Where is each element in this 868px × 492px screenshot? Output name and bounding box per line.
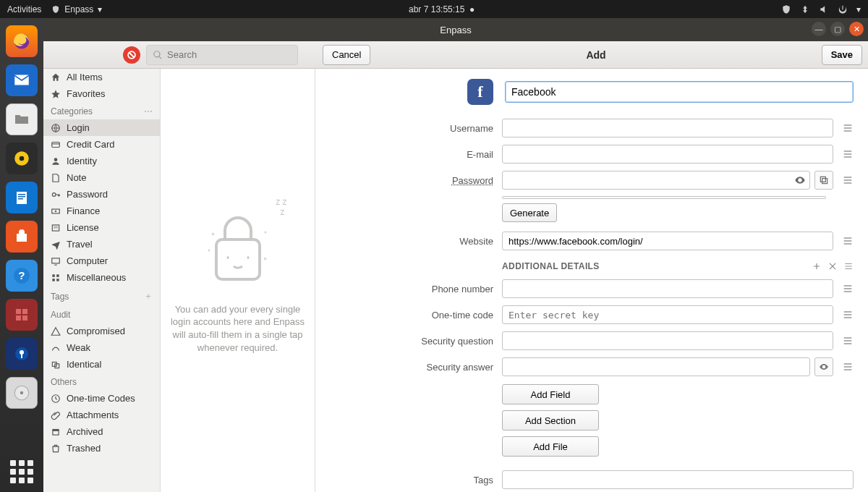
app-menu[interactable]: Enpass ▾ bbox=[51, 4, 102, 14]
tray-shield-icon[interactable] bbox=[781, 4, 791, 14]
email-input[interactable] bbox=[502, 145, 833, 164]
cancel-button[interactable]: Cancel bbox=[323, 45, 370, 65]
svg-rect-41 bbox=[820, 177, 825, 182]
window-minimize[interactable]: ― bbox=[812, 22, 826, 36]
search-input[interactable] bbox=[167, 49, 292, 60]
title-input[interactable] bbox=[505, 81, 854, 103]
close-icon[interactable] bbox=[827, 261, 838, 271]
sync-disabled-icon[interactable] bbox=[123, 46, 140, 64]
password-input[interactable] bbox=[502, 171, 810, 190]
dock-firefox[interactable] bbox=[6, 25, 38, 57]
sidebar-item-identical[interactable]: Identical bbox=[43, 356, 160, 373]
sidebar-item-login[interactable]: Login bbox=[43, 119, 160, 136]
ubuntu-dock: ? bbox=[0, 18, 43, 492]
website-input[interactable] bbox=[502, 232, 833, 250]
window-close[interactable]: ✕ bbox=[849, 22, 864, 36]
sidebar-item-license[interactable]: License bbox=[43, 219, 160, 236]
dock-libreoffice-writer[interactable] bbox=[6, 182, 38, 213]
sidebar-item-password[interactable]: Password bbox=[43, 186, 160, 203]
label-phone: Phone number bbox=[323, 284, 493, 294]
password-strength-meter bbox=[502, 196, 826, 199]
sidebar-item-archived[interactable]: Archived bbox=[43, 423, 160, 440]
sidebar-item-trashed[interactable]: Trashed bbox=[43, 440, 160, 457]
sidebar-item-weak[interactable]: Weak bbox=[43, 339, 160, 356]
item-icon[interactable]: f bbox=[467, 79, 493, 105]
sidebar-item-misc[interactable]: Miscellaneous bbox=[43, 269, 160, 286]
search-field[interactable] bbox=[146, 45, 298, 65]
chevron-down-icon[interactable]: ▾ bbox=[856, 4, 861, 14]
sidebar-item-compromised[interactable]: Compromised bbox=[43, 323, 160, 339]
item-list: z z z You can add your every single logi… bbox=[161, 69, 315, 492]
add-tag-icon[interactable]: ＋ bbox=[144, 290, 153, 302]
dock-thunderbird[interactable] bbox=[6, 64, 38, 96]
save-button[interactable]: Save bbox=[822, 45, 862, 65]
license-icon bbox=[51, 223, 61, 233]
toolbar-title: Add bbox=[376, 49, 815, 61]
plus-icon[interactable] bbox=[812, 261, 822, 271]
dock-show-apps[interactable] bbox=[10, 460, 33, 483]
svg-rect-3 bbox=[17, 192, 27, 204]
dock-enpass[interactable] bbox=[6, 338, 38, 370]
activities-button[interactable]: Activities bbox=[7, 4, 41, 14]
tags-input[interactable] bbox=[502, 470, 854, 489]
svg-rect-7 bbox=[17, 234, 27, 242]
add-file-button[interactable]: Add File bbox=[502, 436, 599, 457]
svg-rect-37 bbox=[216, 239, 260, 279]
add-field-button[interactable]: Add Field bbox=[502, 384, 599, 404]
otp-input[interactable] bbox=[502, 305, 833, 324]
sidebar-item-all[interactable]: All Items bbox=[43, 69, 160, 85]
dock-media[interactable] bbox=[6, 377, 38, 409]
copy-password-button[interactable] bbox=[814, 171, 833, 190]
username-input[interactable] bbox=[502, 119, 833, 137]
svg-rect-4 bbox=[18, 194, 25, 195]
phone-input[interactable] bbox=[502, 279, 833, 298]
sidebar-head-audit: Audit bbox=[43, 305, 160, 323]
svg-point-22 bbox=[54, 158, 58, 161]
secq-input[interactable] bbox=[502, 331, 833, 350]
volume-icon[interactable] bbox=[819, 4, 829, 14]
svg-rect-31 bbox=[56, 279, 59, 281]
sidebar-item-note[interactable]: Note bbox=[43, 169, 160, 186]
star-icon bbox=[51, 89, 61, 99]
sidebar-item-finance[interactable]: Finance bbox=[43, 203, 160, 219]
svg-rect-21 bbox=[52, 143, 60, 144]
dock-app-red[interactable] bbox=[6, 299, 38, 331]
add-section-button[interactable]: Add Section bbox=[502, 410, 599, 430]
sidebar-item-attachments[interactable]: Attachments bbox=[43, 407, 160, 423]
dock-help[interactable]: ? bbox=[6, 260, 38, 292]
seca-input[interactable] bbox=[502, 357, 810, 376]
dock-software[interactable] bbox=[6, 221, 38, 253]
sidebar-item-creditcard[interactable]: Credit Card bbox=[43, 136, 160, 153]
field-menu-icon[interactable] bbox=[842, 283, 854, 294]
generate-button[interactable]: Generate bbox=[502, 203, 557, 222]
field-menu-icon[interactable] bbox=[842, 235, 854, 247]
reveal-seca-button[interactable] bbox=[814, 357, 833, 376]
more-icon[interactable]: ⋯ bbox=[144, 106, 153, 116]
label-password[interactable]: Password bbox=[323, 175, 493, 186]
sidebar-head-others: Others bbox=[43, 373, 160, 390]
sidebar-item-otp[interactable]: One-time Codes bbox=[43, 390, 160, 407]
power-icon[interactable] bbox=[838, 4, 848, 14]
field-menu-icon[interactable] bbox=[842, 148, 854, 160]
field-menu-icon[interactable] bbox=[842, 361, 854, 373]
field-menu-icon[interactable] bbox=[842, 335, 854, 347]
window-maximize[interactable]: ▢ bbox=[830, 22, 845, 36]
eye-icon[interactable] bbox=[794, 174, 806, 186]
dock-rhythmbox[interactable] bbox=[6, 143, 38, 174]
sidebar-item-computer[interactable]: Computer bbox=[43, 253, 160, 269]
key-icon bbox=[51, 190, 61, 200]
field-menu-icon[interactable] bbox=[842, 309, 854, 321]
field-menu-icon[interactable] bbox=[842, 122, 854, 134]
dock-files[interactable] bbox=[6, 103, 38, 135]
label-secq: Security question bbox=[323, 336, 493, 347]
window-title: Enpass bbox=[440, 25, 471, 35]
sidebar-item-travel[interactable]: Travel bbox=[43, 236, 160, 253]
svg-text:?: ? bbox=[18, 269, 25, 281]
svg-rect-30 bbox=[52, 279, 55, 281]
section-menu-icon[interactable] bbox=[843, 261, 854, 271]
field-menu-icon[interactable] bbox=[842, 174, 854, 186]
network-icon[interactable] bbox=[800, 4, 810, 14]
sidebar-item-favorites[interactable]: Favorites bbox=[43, 85, 160, 102]
misc-icon bbox=[51, 273, 61, 283]
sidebar-item-identity[interactable]: Identity bbox=[43, 153, 160, 169]
